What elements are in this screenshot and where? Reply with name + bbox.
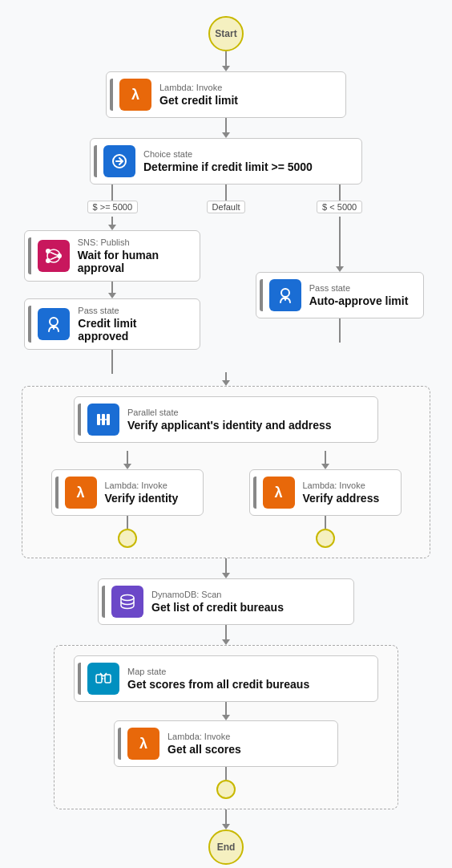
parallel-icon	[87, 404, 119, 436]
connector-after-parallel	[222, 558, 230, 578]
left-bar	[110, 79, 113, 111]
choice-icon	[103, 145, 135, 177]
lambda-get-credit-limit[interactable]: λ Lambda: Invoke Get credit limit	[106, 71, 346, 118]
sns-icon	[38, 240, 70, 272]
branch-identity: λ Lambda: Invoke Verify identity	[32, 451, 222, 548]
parallel-state[interactable]: Parallel state Verify applicant's identi…	[74, 396, 378, 443]
lambda-verify-identity[interactable]: λ Lambda: Invoke Verify identity	[51, 469, 204, 516]
svg-point-4	[57, 254, 62, 258]
svg-rect-11	[107, 414, 110, 425]
svg-line-5	[50, 253, 57, 256]
connector-1	[222, 51, 230, 71]
parallel-branches: λ Lambda: Invoke Verify identity	[32, 451, 420, 548]
connector-to-map	[222, 625, 230, 645]
vert-line	[225, 51, 227, 66]
arrowhead	[222, 66, 230, 71]
state-text: Lambda: Invoke Get credit limit	[159, 83, 238, 107]
connector-to-end	[222, 809, 230, 829]
pass-icon-1	[38, 308, 70, 340]
branch-middle: Default	[204, 185, 249, 217]
map-icon	[87, 663, 119, 695]
svg-point-8	[281, 289, 289, 297]
svg-point-3	[46, 258, 50, 263]
parallel-container: Parallel state Verify applicant's identi…	[22, 386, 430, 558]
choice-state[interactable]: Choice state Determine if credit limit >…	[90, 138, 362, 185]
svg-rect-9	[97, 414, 100, 425]
map-container: Map state Get scores from all credit bur…	[54, 645, 398, 809]
lambda-icon-address: λ	[263, 477, 295, 509]
svg-line-6	[50, 257, 57, 260]
map-state[interactable]: Map state Get scores from all credit bur…	[74, 655, 378, 702]
branch-left: $ >= 5000	[22, 185, 204, 374]
branch-end-identity	[118, 529, 137, 548]
branch-right: $ < 5000 Pass s	[248, 185, 430, 343]
dynamo-icon	[111, 586, 143, 618]
map-end-node	[216, 780, 236, 799]
lambda-get-scores[interactable]: λ Lambda: Invoke Get all scores	[114, 720, 338, 767]
dynamo-scan[interactable]: DynamoDB: Scan Get list of credit bureau…	[98, 578, 354, 625]
svg-point-12	[121, 595, 134, 601]
connector-2	[222, 118, 230, 138]
svg-rect-14	[105, 675, 111, 683]
workflow-canvas: Start λ Lambda: Invoke Get credit limit	[0, 0, 452, 868]
svg-rect-10	[102, 414, 105, 425]
svg-point-2	[46, 249, 50, 254]
pass-state-auto[interactable]: Pass state Auto-approve limit	[256, 272, 424, 318]
branch-address: λ Lambda: Invoke Verify address	[230, 451, 420, 548]
pass-state-approved[interactable]: Pass state Credit limit approved	[24, 298, 200, 350]
svg-point-7	[50, 318, 58, 326]
lambda-verify-address[interactable]: λ Lambda: Invoke Verify address	[249, 469, 402, 516]
end-node: End	[208, 829, 244, 865]
sns-publish[interactable]: SNS: Publish Wait for human approval	[24, 230, 200, 282]
lambda-icon: λ	[119, 79, 151, 111]
lambda-icon-identity: λ	[65, 477, 97, 509]
choice-branch-area: $ >= 5000	[22, 185, 430, 386]
pass-icon-2	[269, 279, 301, 311]
lambda-icon-scores: λ	[127, 728, 159, 760]
branch-end-address	[316, 529, 335, 548]
svg-rect-13	[96, 675, 102, 683]
start-node: Start	[208, 16, 244, 51]
